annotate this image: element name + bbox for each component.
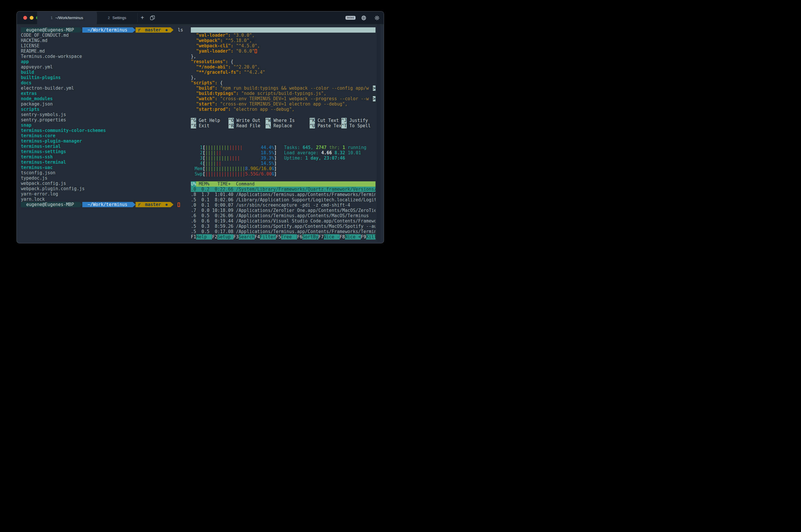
nano-line: "watch": "cross-env TERMINUS_DEV=1 webpa… [191, 96, 375, 101]
tab-settings[interactable]: 2Settings [97, 12, 137, 24]
shortcut-key: ^W [265, 118, 271, 123]
close-traffic-light[interactable] [23, 16, 27, 20]
nano-shortcut: ^\Replace [265, 123, 292, 129]
ls-entry: scripts [21, 107, 188, 112]
nano-line: "*/node-abi": "^2.20.0", [191, 64, 375, 70]
fkey-action[interactable]: Nice - [324, 234, 340, 240]
ls-entry: snap [21, 122, 188, 128]
ls-entry: CODE_OF_CONDUCT.md [21, 33, 188, 38]
ls-entry: yarn.lock [21, 197, 188, 202]
process-row[interactable]: .5 0.5 0:17.08 /Applications/Terminus.ap… [191, 229, 375, 234]
process-row[interactable]: .8 1.7 1:01.40 /Applications/Terminus.ap… [191, 192, 375, 197]
ls-entry: terminus-community-color-schemes [21, 128, 188, 133]
shortcut-key: ^K [310, 118, 315, 123]
tasks-summary: Tasks: 645, 2747 thr; 1 running [284, 145, 367, 150]
process-row[interactable]: .6 0.5 0:26.06 /Applications/Terminus.ap… [191, 213, 375, 218]
ls-entry: extras [21, 91, 188, 96]
fkey-number: F5 [276, 234, 281, 240]
ls-entry: terminus-settings [21, 149, 188, 154]
htop-function-key-bar: F1Help F2Setup F3SearchF4FilterF5Tree F6… [191, 234, 375, 240]
ls-entry: builtin-plugins [21, 75, 188, 80]
gear-icon[interactable] [372, 12, 382, 24]
process-row[interactable]: .0 0.1 0:00.07 /usr/sbin/screencapture -… [191, 203, 375, 208]
ls-entry: tsconfig.json [21, 170, 188, 175]
ls-entry: sentry-symbols.js [21, 112, 188, 117]
tab-number: 2 [108, 16, 110, 20]
shortcut-label: Get Help [199, 118, 220, 123]
line-continuation-marker: > [373, 96, 375, 101]
shortcut-label: Exit [199, 123, 209, 129]
nano-shortcut: ^XExit [191, 123, 209, 129]
fkey-action[interactable]: Setup [217, 234, 233, 240]
shortcut-label: Cut Text [318, 118, 339, 123]
new-tab-button[interactable]: + [137, 12, 147, 24]
process-row[interactable]: .6 0.6 0:19.44 /Applications/Visual Stud… [191, 218, 375, 224]
fkey-action[interactable]: Help [196, 234, 212, 240]
nano-line: "webpack-cli": "^4.5.0", [191, 43, 375, 49]
globe-icon[interactable] [359, 12, 369, 24]
process-row[interactable]: .5 0.1 8:02.06 /Library/Application Supp… [191, 197, 375, 203]
terminal-pane-right[interactable]: GNU nano 4.5 package.json "val-loader": … [191, 27, 375, 242]
nano-shortcut: ^WWhere Is [265, 118, 295, 123]
prompt-git-branch: master [135, 27, 170, 33]
shortcut-key: ^J [341, 118, 347, 123]
terminal-pane-left[interactable]: eugene@Eugenes-MBP ~/Work/terminus maste… [21, 27, 188, 207]
nano-titlebar: GNU nano 4.5 package.json [191, 27, 375, 33]
git-branch-icon [138, 203, 141, 207]
right-pane-scrollbar[interactable] [377, 24, 380, 241]
fkey-number: F9 [361, 234, 366, 240]
shortcut-key: ^O [228, 118, 234, 123]
fkey-action[interactable]: Search [239, 234, 255, 240]
fkey-action[interactable]: Tree [281, 234, 297, 240]
load-average: Load average: 4.66 8.32 10.01 [284, 150, 367, 155]
tab-number: 1 [51, 16, 53, 20]
ls-entry: HACKING.md [21, 38, 188, 43]
process-row[interactable]: .5 0.3 8:59.26 /Applications/Spotify.app… [191, 224, 375, 229]
fkey-action[interactable]: Nice + [345, 234, 361, 240]
nano-shortcut: ^RRead File [228, 123, 260, 129]
shortcut-key: ^G [191, 118, 196, 123]
line-continuation-marker: > [373, 86, 375, 91]
process-row-selected[interactable]: .0 0.2 0:22.66 /System/Library/Framework… [191, 187, 375, 192]
nano-shortcut: ^JJustify [341, 118, 368, 123]
shortcut-label: To Spell [349, 123, 371, 129]
serial-ports-icon[interactable]: IOIOI [346, 12, 355, 24]
fkey-action[interactable]: SortBy [302, 234, 318, 240]
serial-badge-label: IOIOI [346, 16, 355, 20]
ls-entry: typedoc.js [21, 175, 188, 181]
ls-entry: docs [21, 80, 188, 86]
nano-shortcut: ^OWrite Out [228, 118, 260, 123]
fkey-number: F4 [255, 234, 260, 240]
prompt-user-host: eugene@Eugenes-MBP [21, 202, 79, 207]
shortcut-key: ^U [310, 123, 315, 129]
fkey-number: F8 [340, 234, 345, 240]
shell-prompt: eugene@Eugenes-MBP ~/Work/terminus maste… [21, 27, 188, 33]
split-windows-icon[interactable] [147, 12, 157, 24]
tab--work-terminus[interactable]: 1~/Work/terminus [37, 12, 97, 24]
shortcut-label: Paste Text [318, 123, 344, 129]
ls-entry: terminus-uac [21, 165, 188, 170]
ls-entry: build [21, 70, 188, 75]
meter-1: 1[||||||||||||||44.4%] [195, 145, 277, 150]
fkey-action[interactable]: Kill [366, 234, 375, 240]
nano-line: "scripts": { [191, 80, 375, 86]
sort-column-header[interactable]: U% [191, 182, 196, 187]
nano-line: "start:prod": "electron app --debug", [191, 107, 375, 112]
typed-command: ls [178, 27, 183, 33]
process-row[interactable]: .7 0.0 10:18.09 /Applications/ZeroTier O… [191, 208, 375, 213]
nano-shortcut: ^GGet Help [191, 118, 220, 123]
ls-entry: README.md [21, 49, 188, 54]
minimize-traffic-light[interactable] [30, 16, 34, 20]
ls-entry: webpack.config.js [21, 181, 188, 186]
process-table-header[interactable]: U% MEM% TIME+ Command [191, 182, 375, 187]
ls-entry: yarn-error.log [21, 191, 188, 197]
ls-entry: terminus-plugin-manager [21, 138, 188, 144]
ls-entry: Terminus.code-workspace [21, 54, 188, 59]
ls-entry: LICENSE [21, 43, 188, 49]
fkey-action[interactable]: Filter [260, 234, 276, 240]
meter-2: 2[||||||18.5%] [195, 150, 277, 155]
shortcut-key: ^X [191, 123, 196, 129]
nano-line: "yaml-loader": "0.6.0" [191, 49, 375, 54]
shortcut-label: Write Out [237, 118, 260, 123]
ls-entry: electron-builder.yml [21, 86, 188, 91]
